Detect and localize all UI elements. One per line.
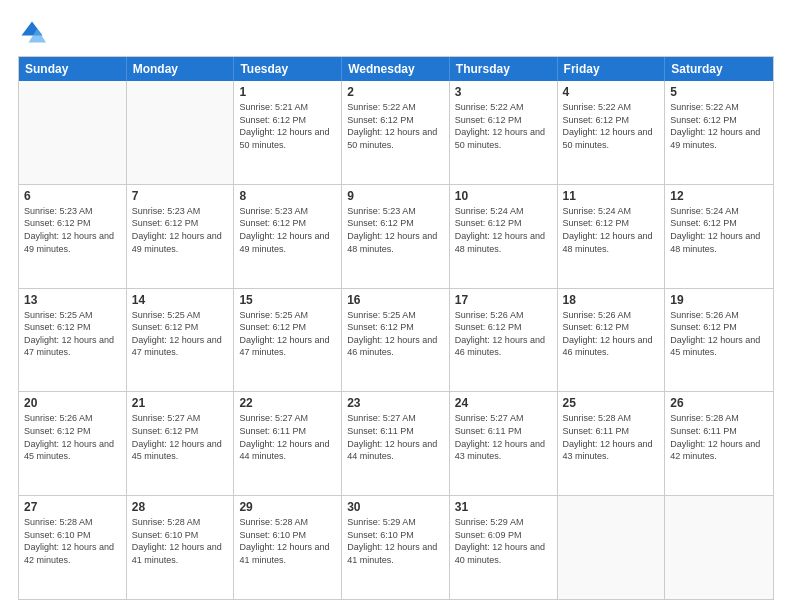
- day-info: Sunrise: 5:25 AMSunset: 6:12 PMDaylight:…: [347, 309, 444, 359]
- day-info: Sunrise: 5:29 AMSunset: 6:09 PMDaylight:…: [455, 516, 552, 566]
- header-day-saturday: Saturday: [665, 57, 773, 81]
- day-number: 30: [347, 500, 444, 514]
- day-number: 6: [24, 189, 121, 203]
- day-number: 18: [563, 293, 660, 307]
- day-number: 29: [239, 500, 336, 514]
- header-day-friday: Friday: [558, 57, 666, 81]
- cal-cell-28: 28Sunrise: 5:28 AMSunset: 6:10 PMDayligh…: [127, 496, 235, 599]
- logo-icon: [18, 18, 46, 46]
- cal-cell-25: 25Sunrise: 5:28 AMSunset: 6:11 PMDayligh…: [558, 392, 666, 495]
- day-number: 31: [455, 500, 552, 514]
- day-number: 3: [455, 85, 552, 99]
- day-info: Sunrise: 5:23 AMSunset: 6:12 PMDaylight:…: [24, 205, 121, 255]
- day-info: Sunrise: 5:24 AMSunset: 6:12 PMDaylight:…: [563, 205, 660, 255]
- day-number: 23: [347, 396, 444, 410]
- cal-cell-19: 19Sunrise: 5:26 AMSunset: 6:12 PMDayligh…: [665, 289, 773, 392]
- week-row-3: 13Sunrise: 5:25 AMSunset: 6:12 PMDayligh…: [19, 288, 773, 392]
- cal-cell-14: 14Sunrise: 5:25 AMSunset: 6:12 PMDayligh…: [127, 289, 235, 392]
- day-number: 26: [670, 396, 768, 410]
- cal-cell-12: 12Sunrise: 5:24 AMSunset: 6:12 PMDayligh…: [665, 185, 773, 288]
- cal-cell-17: 17Sunrise: 5:26 AMSunset: 6:12 PMDayligh…: [450, 289, 558, 392]
- cal-cell-2: 2Sunrise: 5:22 AMSunset: 6:12 PMDaylight…: [342, 81, 450, 184]
- cal-cell-empty-01: [127, 81, 235, 184]
- cal-cell-11: 11Sunrise: 5:24 AMSunset: 6:12 PMDayligh…: [558, 185, 666, 288]
- week-row-1: 1Sunrise: 5:21 AMSunset: 6:12 PMDaylight…: [19, 81, 773, 184]
- cal-cell-empty-45: [558, 496, 666, 599]
- cal-cell-27: 27Sunrise: 5:28 AMSunset: 6:10 PMDayligh…: [19, 496, 127, 599]
- cal-cell-1: 1Sunrise: 5:21 AMSunset: 6:12 PMDaylight…: [234, 81, 342, 184]
- day-number: 14: [132, 293, 229, 307]
- day-number: 2: [347, 85, 444, 99]
- day-number: 8: [239, 189, 336, 203]
- header-day-thursday: Thursday: [450, 57, 558, 81]
- cal-cell-15: 15Sunrise: 5:25 AMSunset: 6:12 PMDayligh…: [234, 289, 342, 392]
- day-info: Sunrise: 5:26 AMSunset: 6:12 PMDaylight:…: [670, 309, 768, 359]
- cal-cell-18: 18Sunrise: 5:26 AMSunset: 6:12 PMDayligh…: [558, 289, 666, 392]
- cal-cell-21: 21Sunrise: 5:27 AMSunset: 6:12 PMDayligh…: [127, 392, 235, 495]
- day-number: 25: [563, 396, 660, 410]
- day-number: 19: [670, 293, 768, 307]
- week-row-5: 27Sunrise: 5:28 AMSunset: 6:10 PMDayligh…: [19, 495, 773, 599]
- day-info: Sunrise: 5:28 AMSunset: 6:10 PMDaylight:…: [132, 516, 229, 566]
- header-day-monday: Monday: [127, 57, 235, 81]
- day-info: Sunrise: 5:21 AMSunset: 6:12 PMDaylight:…: [239, 101, 336, 151]
- cal-cell-16: 16Sunrise: 5:25 AMSunset: 6:12 PMDayligh…: [342, 289, 450, 392]
- day-number: 21: [132, 396, 229, 410]
- day-info: Sunrise: 5:22 AMSunset: 6:12 PMDaylight:…: [455, 101, 552, 151]
- header-day-wednesday: Wednesday: [342, 57, 450, 81]
- cal-cell-3: 3Sunrise: 5:22 AMSunset: 6:12 PMDaylight…: [450, 81, 558, 184]
- day-info: Sunrise: 5:23 AMSunset: 6:12 PMDaylight:…: [239, 205, 336, 255]
- day-info: Sunrise: 5:28 AMSunset: 6:10 PMDaylight:…: [239, 516, 336, 566]
- day-number: 20: [24, 396, 121, 410]
- cal-cell-10: 10Sunrise: 5:24 AMSunset: 6:12 PMDayligh…: [450, 185, 558, 288]
- day-number: 17: [455, 293, 552, 307]
- day-info: Sunrise: 5:25 AMSunset: 6:12 PMDaylight:…: [24, 309, 121, 359]
- cal-cell-empty-00: [19, 81, 127, 184]
- day-info: Sunrise: 5:25 AMSunset: 6:12 PMDaylight:…: [132, 309, 229, 359]
- day-info: Sunrise: 5:27 AMSunset: 6:11 PMDaylight:…: [455, 412, 552, 462]
- logo: [18, 18, 50, 46]
- day-number: 16: [347, 293, 444, 307]
- calendar-body: 1Sunrise: 5:21 AMSunset: 6:12 PMDaylight…: [19, 81, 773, 599]
- cal-cell-5: 5Sunrise: 5:22 AMSunset: 6:12 PMDaylight…: [665, 81, 773, 184]
- day-info: Sunrise: 5:29 AMSunset: 6:10 PMDaylight:…: [347, 516, 444, 566]
- day-info: Sunrise: 5:27 AMSunset: 6:12 PMDaylight:…: [132, 412, 229, 462]
- day-info: Sunrise: 5:22 AMSunset: 6:12 PMDaylight:…: [563, 101, 660, 151]
- header: [18, 18, 774, 46]
- cal-cell-9: 9Sunrise: 5:23 AMSunset: 6:12 PMDaylight…: [342, 185, 450, 288]
- day-number: 1: [239, 85, 336, 99]
- cal-cell-22: 22Sunrise: 5:27 AMSunset: 6:11 PMDayligh…: [234, 392, 342, 495]
- cal-cell-7: 7Sunrise: 5:23 AMSunset: 6:12 PMDaylight…: [127, 185, 235, 288]
- week-row-2: 6Sunrise: 5:23 AMSunset: 6:12 PMDaylight…: [19, 184, 773, 288]
- calendar-header: SundayMondayTuesdayWednesdayThursdayFrid…: [19, 57, 773, 81]
- day-number: 12: [670, 189, 768, 203]
- day-info: Sunrise: 5:22 AMSunset: 6:12 PMDaylight:…: [670, 101, 768, 151]
- day-info: Sunrise: 5:24 AMSunset: 6:12 PMDaylight:…: [670, 205, 768, 255]
- page: SundayMondayTuesdayWednesdayThursdayFrid…: [0, 0, 792, 612]
- cal-cell-6: 6Sunrise: 5:23 AMSunset: 6:12 PMDaylight…: [19, 185, 127, 288]
- cal-cell-20: 20Sunrise: 5:26 AMSunset: 6:12 PMDayligh…: [19, 392, 127, 495]
- cal-cell-empty-46: [665, 496, 773, 599]
- cal-cell-24: 24Sunrise: 5:27 AMSunset: 6:11 PMDayligh…: [450, 392, 558, 495]
- cal-cell-8: 8Sunrise: 5:23 AMSunset: 6:12 PMDaylight…: [234, 185, 342, 288]
- day-info: Sunrise: 5:24 AMSunset: 6:12 PMDaylight:…: [455, 205, 552, 255]
- day-number: 24: [455, 396, 552, 410]
- day-number: 9: [347, 189, 444, 203]
- day-info: Sunrise: 5:22 AMSunset: 6:12 PMDaylight:…: [347, 101, 444, 151]
- day-info: Sunrise: 5:28 AMSunset: 6:11 PMDaylight:…: [563, 412, 660, 462]
- week-row-4: 20Sunrise: 5:26 AMSunset: 6:12 PMDayligh…: [19, 391, 773, 495]
- calendar: SundayMondayTuesdayWednesdayThursdayFrid…: [18, 56, 774, 600]
- cal-cell-30: 30Sunrise: 5:29 AMSunset: 6:10 PMDayligh…: [342, 496, 450, 599]
- day-info: Sunrise: 5:28 AMSunset: 6:10 PMDaylight:…: [24, 516, 121, 566]
- day-number: 27: [24, 500, 121, 514]
- cal-cell-23: 23Sunrise: 5:27 AMSunset: 6:11 PMDayligh…: [342, 392, 450, 495]
- day-info: Sunrise: 5:27 AMSunset: 6:11 PMDaylight:…: [239, 412, 336, 462]
- header-day-sunday: Sunday: [19, 57, 127, 81]
- day-info: Sunrise: 5:26 AMSunset: 6:12 PMDaylight:…: [24, 412, 121, 462]
- day-info: Sunrise: 5:26 AMSunset: 6:12 PMDaylight:…: [563, 309, 660, 359]
- cal-cell-31: 31Sunrise: 5:29 AMSunset: 6:09 PMDayligh…: [450, 496, 558, 599]
- day-number: 22: [239, 396, 336, 410]
- day-info: Sunrise: 5:23 AMSunset: 6:12 PMDaylight:…: [132, 205, 229, 255]
- day-info: Sunrise: 5:28 AMSunset: 6:11 PMDaylight:…: [670, 412, 768, 462]
- cal-cell-13: 13Sunrise: 5:25 AMSunset: 6:12 PMDayligh…: [19, 289, 127, 392]
